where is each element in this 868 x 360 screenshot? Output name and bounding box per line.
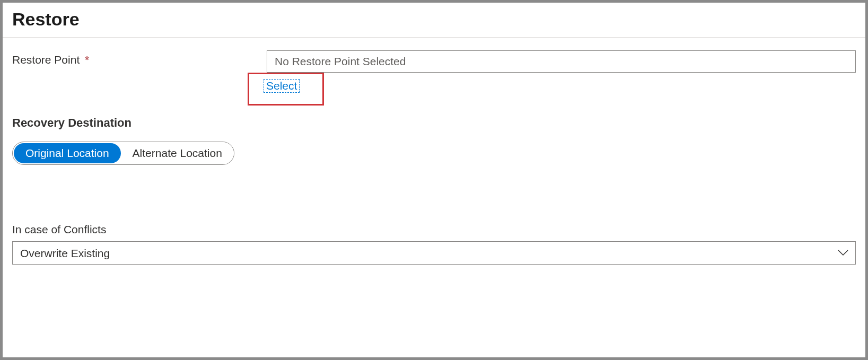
restore-point-input[interactable] (267, 50, 856, 73)
recovery-destination-toggle: Original Location Alternate Location (12, 142, 234, 165)
restore-point-label: Restore Point * (12, 50, 267, 66)
select-link-wrap: Select (255, 79, 300, 93)
page-title: Restore (12, 9, 856, 30)
panel-inner: Restore Restore Point * Select Recovery … (3, 3, 865, 265)
divider (3, 37, 865, 38)
restore-point-field-col: Select (267, 50, 856, 93)
restore-point-row: Restore Point * Select (12, 50, 856, 93)
recovery-destination-label: Recovery Destination (12, 116, 856, 130)
recovery-destination-alternate[interactable]: Alternate Location (121, 142, 234, 164)
conflicts-label: In case of Conflicts (12, 223, 856, 236)
conflicts-select[interactable]: Overwrite Existing (12, 241, 856, 265)
restore-point-label-text: Restore Point (12, 54, 80, 66)
select-restore-point-link[interactable]: Select (264, 79, 300, 93)
recovery-destination-original[interactable]: Original Location (14, 143, 121, 163)
required-indicator: * (85, 54, 89, 66)
conflicts-select-wrap: Overwrite Existing (12, 241, 856, 265)
restore-panel: Restore Restore Point * Select Recovery … (0, 0, 868, 360)
